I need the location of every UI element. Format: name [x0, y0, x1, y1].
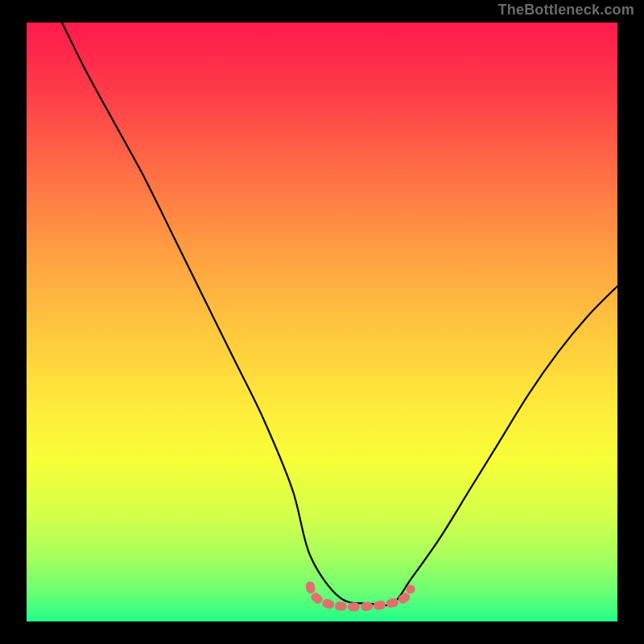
plot-area [27, 23, 617, 621]
chart-frame: TheBottleneck.com [0, 0, 644, 644]
watermark-text: TheBottleneck.com [498, 2, 634, 19]
bottleneck-curve [62, 23, 617, 605]
chart-svg [27, 23, 617, 621]
